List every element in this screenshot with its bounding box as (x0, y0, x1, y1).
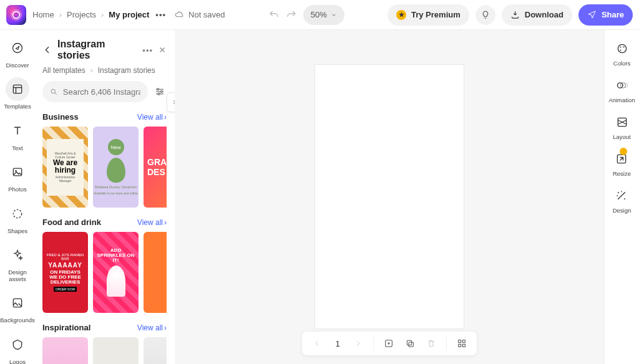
compass-icon (11, 42, 24, 54)
template-thumb[interactable]: GRA DES (144, 127, 167, 208)
image-icon (11, 166, 24, 178)
svg-rect-20 (462, 344, 465, 347)
category-title: Food and drink (42, 218, 101, 227)
share-button[interactable]: Share (578, 4, 633, 26)
plus-square-icon (384, 338, 394, 348)
wand-icon (615, 189, 628, 202)
logo-icon (11, 338, 24, 351)
page-number: 1 (329, 339, 346, 348)
svg-rect-17 (459, 340, 461, 343)
template-thumb[interactable]: Westhall Arts & Culture Center We are hi… (42, 127, 88, 208)
lightbulb-icon (480, 10, 490, 20)
chevron-right-icon: › (101, 10, 104, 19)
filters-button[interactable] (153, 85, 167, 98)
undo-button[interactable] (268, 9, 280, 21)
panel-breadcrumb-root[interactable]: All templates (42, 66, 85, 75)
svg-point-23 (623, 47, 624, 48)
animation-icon (616, 79, 628, 92)
page-controls: 1 (302, 332, 477, 355)
svg-point-21 (618, 44, 626, 52)
sidebar-item-backgrounds[interactable]: Backgrounds (1, 291, 34, 323)
right-rail-animation[interactable]: Animation (608, 77, 635, 103)
app-logo[interactable] (6, 5, 26, 25)
copy-icon (405, 338, 415, 348)
svg-point-0 (13, 11, 20, 18)
svg-rect-19 (459, 344, 461, 347)
canvas-area[interactable]: 1 (175, 30, 604, 364)
left-icon-rail: Discover Templates Text Photos Shapes De… (0, 30, 35, 364)
template-thumb[interactable]: ERASE PLAN B PLAN A (93, 337, 139, 364)
sidebar-item-design-assets[interactable]: Design assets (1, 243, 34, 282)
breadcrumb-home[interactable]: Home (32, 10, 54, 19)
template-thumb[interactable]: New Shakeia Duony Ceramics Available in … (93, 127, 139, 208)
sidebar-item-logos[interactable]: Logos (1, 333, 34, 365)
add-page-button[interactable] (380, 335, 398, 352)
svg-point-24 (620, 50, 621, 51)
sidebar-item-discover[interactable]: Discover (1, 36, 34, 69)
sidebar-item-shapes[interactable]: Shapes (1, 202, 34, 234)
breadcrumb: Home › Projects › My project (32, 10, 149, 19)
svg-point-22 (620, 47, 621, 48)
more-options-button[interactable]: ••• (155, 10, 166, 19)
panel-title: Instagram stories (57, 39, 137, 61)
panel-breadcrumb-current: Instagram stories (98, 66, 155, 75)
breadcrumb-current[interactable]: My project (109, 10, 149, 19)
svg-point-11 (157, 89, 159, 90)
template-thumb[interactable]: ADD SPRINKLES ON IT! (93, 232, 139, 313)
backgrounds-icon (11, 297, 24, 309)
template-thumb[interactable] (144, 337, 167, 364)
back-button[interactable] (42, 45, 52, 55)
sidebar-item-templates[interactable]: Templates (1, 77, 34, 110)
right-rail-design[interactable]: Design (613, 187, 632, 214)
redo-button[interactable] (286, 9, 297, 21)
sidebar-item-photos[interactable]: Photos (1, 160, 34, 193)
view-all-business[interactable]: View all › (137, 113, 167, 122)
grid-view-button[interactable] (453, 335, 471, 352)
svg-point-13 (158, 93, 160, 95)
template-thumb[interactable] (144, 232, 167, 313)
right-rail-colors[interactable]: Colors (613, 40, 631, 67)
top-bar: Home › Projects › My project ••• Not sav… (0, 0, 639, 30)
close-panel-button[interactable] (158, 46, 167, 54)
main-area: Discover Templates Text Photos Shapes De… (0, 30, 639, 364)
template-search-input[interactable] (42, 81, 148, 102)
duplicate-page-button[interactable] (401, 335, 419, 352)
svg-rect-16 (409, 342, 413, 347)
trash-icon (426, 338, 436, 348)
svg-rect-3 (13, 85, 21, 93)
delete-page-button[interactable] (422, 335, 440, 352)
breadcrumb-projects[interactable]: Projects (67, 10, 96, 19)
templates-list[interactable]: Business View all › Westhall Arts & Cult… (35, 110, 174, 364)
chevron-down-icon (331, 12, 337, 18)
grid-icon (457, 338, 467, 348)
svg-rect-4 (13, 168, 21, 176)
category-title: Business (42, 112, 79, 122)
next-page-button[interactable] (349, 335, 367, 352)
svg-rect-15 (407, 340, 411, 345)
save-status: Not saved (175, 10, 225, 20)
svg-point-25 (617, 83, 622, 88)
chevron-left-icon (313, 340, 321, 347)
view-all-inspirational[interactable]: View all › (137, 323, 167, 332)
zoom-select[interactable]: 50% (303, 5, 344, 25)
right-rail-layout[interactable]: Layout (613, 113, 631, 140)
panel-breadcrumb: All templates › Instagram stories (35, 64, 174, 81)
palette-icon (616, 42, 628, 55)
prev-page-button[interactable] (308, 335, 326, 352)
download-button[interactable]: Download (502, 4, 572, 26)
premium-badge-icon (620, 148, 627, 155)
right-rail-resize[interactable]: Resize (613, 150, 631, 177)
help-button[interactable] (476, 5, 495, 25)
sidebar-item-text[interactable]: Text (1, 119, 34, 151)
artboard[interactable] (315, 65, 464, 328)
try-premium-button[interactable]: ★ Try Premium (388, 4, 469, 26)
layout-icon (616, 116, 628, 128)
view-all-food[interactable]: View all › (137, 218, 167, 227)
template-thumb[interactable]: TIMING IS (42, 337, 88, 364)
template-thumb[interactable]: FRED & JO'S RAMEN BAR YAAAAAY ON FRIDAYS… (42, 232, 88, 313)
svg-rect-18 (462, 340, 465, 343)
panel-more-button[interactable]: ••• (142, 46, 153, 55)
shapes-icon (11, 208, 24, 220)
search-icon (50, 87, 58, 97)
download-icon (510, 10, 520, 19)
